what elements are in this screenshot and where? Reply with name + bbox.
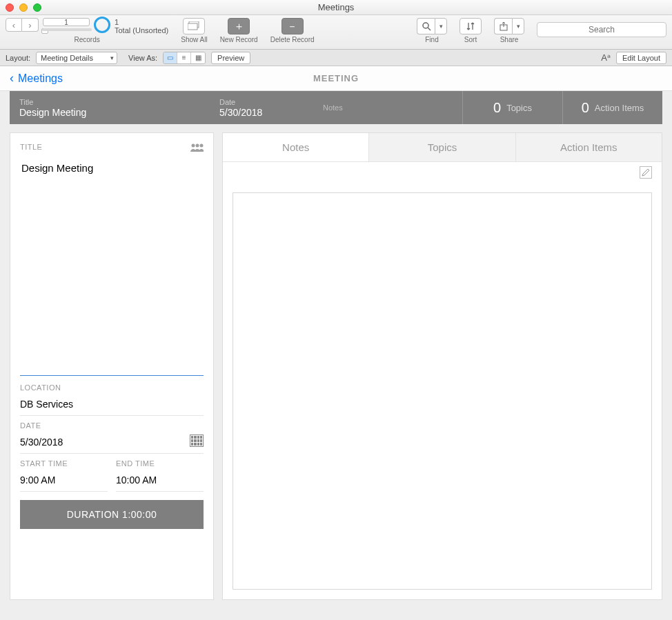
share-label: Share (500, 36, 519, 43)
window-controls (6, 3, 41, 12)
content-area: ‹ Meetings MEETING Title Design Meeting … (0, 66, 672, 620)
view-form-icon[interactable]: ▭ (164, 52, 177, 63)
layout-bar: Layout: Meeting Details View As: ▭ ≡ ▦ P… (0, 50, 672, 66)
details-panel: TITLE LOCATION DB Services DATE 5/30/201… (10, 132, 214, 600)
tab-topics[interactable]: Topics (369, 133, 515, 161)
title-section-label: TITLE (20, 143, 42, 151)
show-all-label: Show All (181, 36, 207, 43)
view-list-icon[interactable]: ≡ (177, 52, 191, 63)
attendees-icon[interactable] (190, 143, 204, 155)
delete-record-label: Delete Record (270, 36, 315, 43)
view-table-icon[interactable]: ▦ (191, 52, 205, 63)
tab-notes[interactable]: Notes (223, 133, 369, 161)
search-input[interactable] (537, 22, 666, 37)
header-title-cell: Title Design Meeting (10, 91, 210, 124)
view-as-segmented[interactable]: ▭ ≡ ▦ (163, 52, 206, 64)
header-date-cell: Date 5/30/2018 (210, 91, 313, 124)
delete-record-button[interactable]: － (281, 18, 304, 34)
back-chevron-icon[interactable]: ‹ (10, 71, 14, 86)
record-slider[interactable]: 1 (43, 18, 90, 26)
end-time-field[interactable]: END TIME 10:00 AM (116, 454, 204, 492)
breadcrumb: ‹ Meetings MEETING (0, 66, 672, 91)
magnifier-icon (417, 18, 435, 34)
share-icon (494, 18, 512, 34)
title-input[interactable] (20, 155, 204, 376)
record-current: 1 (64, 19, 68, 26)
header-notes-cell: Notes (313, 91, 462, 124)
layout-select[interactable]: Meeting Details (36, 52, 117, 64)
svg-point-5 (192, 144, 195, 148)
svg-point-6 (196, 144, 199, 148)
prev-record-button[interactable]: ‹ (6, 18, 22, 32)
sort-button[interactable] (459, 18, 482, 34)
calendar-icon[interactable] (190, 434, 204, 447)
pie-chart-icon[interactable] (94, 17, 110, 33)
new-record-button[interactable]: ＋ (228, 18, 250, 34)
preview-button[interactable]: Preview (211, 52, 250, 64)
records-group: ‹ › 1 1 Total (Unsorted) Records (6, 18, 168, 43)
find-button[interactable]: ▾ (417, 18, 447, 34)
svg-line-3 (428, 28, 431, 30)
layout-label: Layout: (6, 54, 30, 62)
main-toolbar: ‹ › 1 1 Total (Unsorted) Records Show Al… (0, 15, 672, 50)
start-time-field[interactable]: START TIME 9:00 AM (20, 454, 108, 492)
edit-layout-button[interactable]: Edit Layout (616, 52, 666, 64)
page-title: MEETING (0, 73, 672, 83)
header-actions-count: 0 Action Items (562, 91, 662, 124)
view-as-label: View As: (128, 54, 157, 62)
share-button[interactable]: ▾ (494, 18, 524, 34)
find-label: Find (425, 36, 438, 43)
stack-icon (188, 21, 200, 31)
svg-rect-1 (188, 23, 197, 30)
tabs-panel: Notes Topics Action Items (222, 132, 662, 600)
minimize-window[interactable] (19, 3, 28, 12)
zoom-window[interactable] (33, 3, 41, 12)
show-all-button[interactable] (183, 18, 205, 34)
record-header: Title Design Meeting Date 5/30/2018 Note… (10, 91, 662, 124)
edit-note-button[interactable] (640, 166, 652, 179)
formatting-bar-button[interactable]: Aᵃ (601, 52, 611, 63)
header-topics-count: 0 Topics (462, 91, 562, 124)
tab-action-items[interactable]: Action Items (516, 133, 662, 161)
pencil-icon (642, 168, 650, 177)
titlebar: Meetings (0, 0, 672, 15)
notes-textarea[interactable] (233, 192, 652, 590)
new-record-label: New Record (220, 36, 258, 43)
date-field[interactable]: DATE 5/30/2018 (20, 416, 204, 454)
svg-point-2 (423, 23, 428, 28)
tabs: Notes Topics Action Items (223, 133, 662, 162)
records-label: Records (75, 36, 100, 43)
close-window[interactable] (6, 3, 14, 12)
next-record-button[interactable]: › (22, 18, 39, 32)
location-field[interactable]: LOCATION DB Services (20, 378, 204, 416)
breadcrumb-back[interactable]: Meetings (18, 72, 63, 85)
notes-body (223, 162, 662, 599)
duration-display: DURATION 1:00:00 (20, 500, 204, 529)
sort-icon (466, 21, 475, 31)
sort-label: Sort (464, 36, 477, 43)
window-title: Meetings (0, 2, 672, 12)
record-total-text: 1 Total (Unsorted) (115, 18, 168, 34)
svg-point-7 (200, 144, 204, 148)
